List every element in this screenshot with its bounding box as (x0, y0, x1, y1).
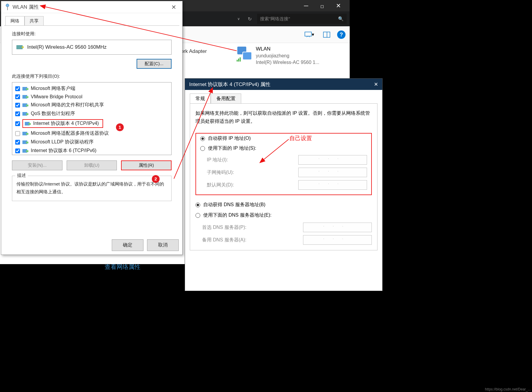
subnet-mask-input[interactable]: ... (298, 168, 367, 177)
svg-rect-27 (26, 150, 28, 152)
svg-rect-25 (26, 142, 28, 143)
svg-rect-0 (305, 32, 311, 36)
item-label: Microsoft 网络的文件和打印机共享 (31, 102, 104, 108)
ipv4-title-text: Internet 协议版本 4 (TCP/IPv4) 属性 (189, 81, 270, 88)
connection-item[interactable]: Microsoft LLDP 协议驱动程序 (13, 138, 170, 146)
item-label: Microsoft 网络适配器多路传送器协议 (31, 130, 109, 137)
svg-rect-5 (237, 60, 238, 62)
item-label: Microsoft 网络客户端 (31, 85, 75, 92)
maximize-button[interactable] (319, 2, 325, 9)
protocol-icon (25, 121, 31, 126)
item-label: Internet 协议版本 6 (TCP/IPv6) (31, 148, 97, 154)
protocol-icon (22, 86, 28, 91)
wlan-close-button[interactable]: ✕ (169, 4, 179, 11)
svg-point-8 (6, 4, 9, 7)
wlan-properties-dialog: WLAN 属性 ✕ 网络 共享 连接时使用: Intel(R) Wireless… (1, 1, 183, 255)
radio-on-icon (195, 203, 200, 207)
tab-general[interactable]: 常规 (190, 94, 211, 104)
svg-rect-17 (26, 105, 28, 106)
highlighted-item: Internet 协议版本 4 (TCP/IPv4) (22, 119, 103, 128)
uninstall-button[interactable]: 卸载(U) (67, 160, 117, 170)
connection-item[interactable]: Microsoft 网络客户端 (13, 84, 170, 93)
adapter-name: Intel(R) Wireless-AC 9560 160MHz (27, 44, 106, 50)
secondary-dns-input[interactable]: ... (303, 235, 372, 245)
connection-items-box: Microsoft 网络客户端VMware Bridge ProtocolMic… (12, 82, 172, 155)
help-icon[interactable]: ? (337, 30, 346, 39)
item-label: QoS 数据包计划程序 (31, 111, 75, 117)
ipv4-content: 如果网络支持此功能，则可以获取自动指派的 IP 设置。否则，你需要从网络系统管理… (190, 103, 377, 250)
wlan-title-icon (5, 4, 10, 11)
item-checkbox[interactable] (15, 131, 20, 136)
radio-on-icon (200, 136, 205, 141)
ipv4-close-button[interactable]: ✕ (374, 81, 378, 88)
connection-item[interactable]: Internet 协议版本 4 (TCP/IPv4) (13, 118, 170, 129)
ip-address-group: 自动获得 IP 地址(O) 使用下面的 IP 地址(S): IP 地址(I): … (195, 133, 372, 195)
view-network-properties-link[interactable]: 查看网络属性 (105, 263, 140, 271)
item-checkbox[interactable] (15, 103, 20, 108)
item-checkbox[interactable] (15, 94, 20, 99)
item-checkbox[interactable] (15, 86, 20, 91)
item-label: Microsoft LLDP 协议驱动程序 (31, 139, 94, 145)
radio-off-icon (195, 213, 200, 218)
auto-dns-radio[interactable]: 自动获得 DNS 服务器地址(B) (195, 202, 372, 208)
subnet-mask-label: 子网掩码(U): (207, 169, 234, 176)
annotation-self-set: 自己设置 (289, 134, 312, 142)
secondary-dns-label: 备用 DNS 服务器(A): (202, 237, 246, 243)
primary-dns-input[interactable]: ... (303, 223, 372, 232)
network-adapter-icon (236, 45, 253, 62)
annotation-badge-1: 1 (116, 123, 124, 131)
minimize-button[interactable]: ─ (303, 2, 309, 9)
description-fieldset: 描述 传输控制协议/Internet 协议。该协议是默认的广域网络协议，用于在不… (12, 176, 172, 201)
protocol-icon (22, 102, 28, 108)
svg-rect-6 (238, 59, 239, 62)
preview-pane-icon[interactable] (321, 30, 332, 39)
item-checkbox[interactable] (15, 148, 20, 153)
items-label: 此连接使用下列项目(O): (12, 74, 172, 79)
ipv4-tabs: 常规 备用配置 (190, 94, 377, 104)
connection-item[interactable]: VMware Bridge Protocol (13, 93, 170, 101)
connection-item[interactable]: Internet 协议版本 6 (TCP/IPv6) (13, 146, 170, 155)
protocol-icon (22, 140, 28, 145)
connection-item[interactable]: Microsoft 网络适配器多路传送器协议 (13, 129, 170, 138)
item-checkbox[interactable] (15, 121, 20, 126)
svg-rect-4 (243, 52, 252, 60)
protocol-icon (22, 131, 28, 136)
tab-alt-config[interactable]: 备用配置 (211, 94, 241, 104)
item-checkbox[interactable] (15, 140, 20, 145)
wlan-title-text: WLAN 属性 (13, 4, 39, 10)
connection-items-list[interactable]: Microsoft 网络客户端VMware Bridge ProtocolMic… (12, 82, 171, 155)
wlan-ssid: yunduojiazheng (256, 53, 319, 59)
wlan-tabs: 网络 共享 (1, 13, 182, 26)
connection-item[interactable]: Microsoft 网络的文件和打印机共享 (13, 101, 170, 109)
gateway-input[interactable]: ... (298, 180, 367, 190)
manual-dns-radio[interactable]: 使用下面的 DNS 服务器地址(E): (195, 212, 372, 218)
auto-ip-radio[interactable]: 自动获得 IP 地址(O) (200, 135, 367, 142)
item-label: VMware Bridge Protocol (31, 94, 82, 99)
ip-address-label: IP 地址(I): (207, 157, 228, 163)
cancel-button[interactable]: 取消 (147, 239, 179, 251)
configure-button[interactable]: 配置(C)... (137, 59, 172, 69)
tab-network[interactable]: 网络 (5, 16, 25, 26)
manual-ip-radio[interactable]: 使用下面的 IP 地址(S): (200, 145, 367, 151)
ok-button[interactable]: 确定 (112, 239, 143, 251)
ip-address-input[interactable]: ... (298, 155, 367, 165)
explorer-search-input[interactable]: 搜索"网络连接" 🔍 (257, 14, 347, 24)
view-dropdown-icon[interactable]: ▾ (302, 30, 316, 39)
wlan-titlebar: WLAN 属性 ✕ (1, 1, 182, 13)
address-chevron-icon[interactable]: ∨ (235, 16, 242, 22)
connect-using-label: 连接时使用: (12, 31, 172, 37)
refresh-icon[interactable]: ↻ (244, 15, 255, 23)
svg-rect-7 (240, 57, 241, 62)
tab-sharing[interactable]: 共享 (25, 16, 44, 26)
wlan-adapter-item[interactable]: WLAN yunduojiazheng Intel(R) Wireless-AC… (236, 45, 319, 66)
explorer-close-button[interactable]: ✕ (335, 2, 341, 9)
svg-rect-21 (28, 123, 31, 125)
install-button[interactable]: 安装(N)... (12, 160, 62, 170)
wlan-name: WLAN (256, 45, 319, 53)
radio-off-icon (200, 146, 205, 151)
item-checkbox[interactable] (15, 111, 20, 116)
svg-rect-13 (26, 88, 28, 90)
connection-item[interactable]: QoS 数据包计划程序 (13, 109, 170, 118)
properties-button[interactable]: 属性(R) (121, 160, 172, 170)
svg-rect-19 (26, 113, 28, 115)
